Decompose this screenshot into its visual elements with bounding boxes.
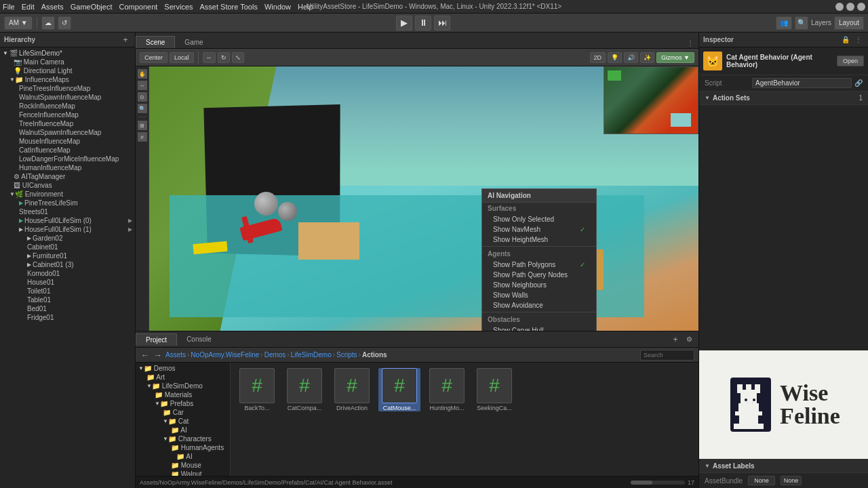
window-maximize[interactable] — [846, 3, 854, 11]
scale-tool[interactable]: ⤡ — [232, 52, 244, 63]
tree-item-walnutspawn[interactable]: WalnutSpawnInfluenceMap — [0, 93, 135, 102]
tab-scene[interactable]: Scene — [136, 36, 175, 48]
window-minimize[interactable] — [835, 3, 844, 11]
tree-item-aitagmanager[interactable]: ⚙ AITagManager — [0, 172, 135, 181]
refresh-btn[interactable]: ↺ — [58, 16, 71, 30]
project-add-btn[interactable]: + — [670, 334, 681, 345]
2d-btn[interactable]: 2D — [590, 52, 606, 63]
audio-btn[interactable]: 🔊 — [624, 52, 638, 63]
pivot-tool[interactable]: ⊞ — [138, 121, 147, 130]
asset-labels-section[interactable]: ▼ Asset Labels — [699, 460, 868, 473]
menu-component[interactable]: Component — [119, 3, 157, 11]
menu-services[interactable]: Services — [164, 3, 193, 11]
tree-item-mousemap[interactable]: MouseInfluenceMap — [0, 137, 135, 146]
inspector-action-sets-section[interactable]: ▼ Action Sets 1 — [699, 92, 868, 105]
tree-item-uicanvas[interactable]: 🖼 UICanvas — [0, 181, 135, 190]
asset-item-catcompa[interactable]: # CatCompa... — [283, 368, 326, 411]
asset-item-driveaction[interactable]: # DriveAction — [331, 368, 373, 411]
tree-item-pinetrees[interactable]: ▶PineTreesLifeSim — [0, 199, 135, 207]
breadcrumb-wisefeline[interactable]: NoOpArmy.WiseFeline — [191, 351, 259, 359]
tree-item-komodo[interactable]: Komodo01 — [0, 269, 135, 278]
project-tree-item-materials[interactable]: 📁 Materials — [136, 390, 230, 399]
tree-item-house1[interactable]: ▶HouseFull0LifeSim (1) ▶ — [0, 225, 135, 234]
project-tree-item-mouse[interactable]: 📁 Mouse — [136, 461, 230, 470]
project-tree-item-walnut[interactable]: 📁 Walnut — [136, 470, 230, 476]
menu-assetstoretools[interactable]: Asset Store Tools — [200, 3, 258, 11]
step-btn[interactable]: ⏭ — [434, 16, 450, 30]
project-tree-item-cat[interactable]: ▼📁 Cat — [136, 417, 230, 426]
project-tree-item-prefabs[interactable]: ▼📁 Prefabs — [136, 399, 230, 408]
move-tool[interactable]: ↔ — [203, 52, 216, 63]
tree-item-garden02[interactable]: ▶Garden02 — [0, 234, 135, 243]
ai-nav-path-polygons[interactable]: Show Path Polygons✓ — [482, 260, 596, 270]
breadcrumb-assets[interactable]: Assets — [165, 351, 186, 359]
search-top-btn[interactable]: 🔍 — [795, 16, 808, 30]
move-tool-left[interactable]: ↔ — [138, 81, 147, 90]
tree-item-fencemap[interactable]: FenceInfluenceMap — [0, 110, 135, 119]
rotate-tool[interactable]: ↻ — [218, 52, 230, 63]
asset-bundle-menu[interactable]: None — [781, 476, 802, 485]
tree-item-table[interactable]: Table01 — [0, 296, 135, 304]
ai-nav-show-navmesh[interactable]: Show NavMesh✓ — [482, 224, 596, 235]
project-tree-item-art[interactable]: 📁 Art — [136, 373, 230, 382]
pause-btn[interactable]: ⏸ — [415, 16, 431, 30]
tree-item-toilet[interactable]: Toilet01 — [0, 287, 135, 296]
tab-console[interactable]: Console — [177, 333, 221, 345]
layers-dropdown[interactable]: Layout — [834, 16, 864, 30]
play-btn[interactable]: ▶ — [396, 16, 412, 30]
orbit-tool[interactable]: ⊙ — [138, 92, 147, 102]
project-tree-item-humanai[interactable]: 📁 AI — [136, 452, 230, 461]
tree-item-treemap[interactable]: TreeInfluenceMap — [0, 119, 135, 128]
project-search[interactable] — [640, 350, 694, 361]
asset-item-huntingmo[interactable]: # HuntingMo... — [426, 368, 468, 411]
hierarchy-add-btn[interactable]: + — [120, 35, 131, 45]
tree-item-cabinet013[interactable]: ▶Cabinet01 (3) — [0, 260, 135, 269]
inspector-script-value[interactable]: AgentBehavior — [752, 78, 852, 88]
project-fwd-btn[interactable]: → — [153, 350, 163, 361]
hand-tool[interactable]: ✋ — [138, 69, 147, 79]
inspector-menu-btn[interactable]: ⋮ — [853, 35, 864, 45]
project-tree-item-demos[interactable]: ▼📁 Demos — [136, 364, 230, 373]
gizmos-btn[interactable]: Gizmos ▼ — [656, 52, 694, 63]
fx-btn[interactable]: ✨ — [640, 52, 654, 63]
project-tree-item-humanagents[interactable]: 📁 HumanAgents — [136, 443, 230, 452]
tree-item-lowdanger[interactable]: LowDangerForMiceInfluenceMap — [0, 155, 129, 163]
breadcrumb-demos[interactable]: Demos — [264, 351, 286, 359]
ai-nav-walls[interactable]: Show Walls — [482, 290, 596, 300]
tree-item-rockmap[interactable]: RockInfluenceMap — [0, 102, 135, 110]
project-tree-item-characters[interactable]: ▼📁 Characters — [136, 434, 230, 443]
project-settings-btn[interactable]: ⚙ — [684, 334, 694, 345]
menu-edit[interactable]: Edit — [22, 3, 35, 11]
scene-settings-btn[interactable]: ⋮ — [685, 37, 696, 48]
asset-item-seekingca[interactable]: # SeekingCa... — [473, 368, 515, 411]
scene-viewport[interactable]: ✋ ↔ ⊙ 🔍 ⊞ # AI Navigation Surfaces — [136, 66, 698, 331]
am-dropdown[interactable]: AM ▼ — [4, 16, 33, 30]
tree-item-furniture01[interactable]: ▶Furniture01 — [0, 251, 135, 260]
ai-nav-carve-hull[interactable]: Show Carve Hull — [482, 325, 596, 331]
tree-item-maincamera[interactable]: 📷 Main Camera — [0, 58, 135, 66]
menu-window[interactable]: Window — [264, 3, 291, 11]
tree-item-house01[interactable]: House01 — [0, 278, 135, 287]
project-tree-item-lifesimdemo[interactable]: ▼📁 LifeSimDemo — [136, 382, 230, 390]
cloud-btn[interactable]: ☁ — [41, 16, 55, 30]
tree-item-lifesimdemo[interactable]: ▼🎬LifeSimDemo* — [0, 49, 135, 58]
grid-tool[interactable]: # — [138, 132, 147, 142]
lighting-btn[interactable]: 💡 — [608, 52, 622, 63]
collab-btn[interactable]: 👥 — [776, 16, 792, 30]
tree-item-environment[interactable]: ▼🌿 Environment — [0, 190, 135, 199]
scene-local-btn[interactable]: Local — [170, 52, 194, 63]
breadcrumb-lifesimdemo[interactable]: LifeSimDemo — [291, 351, 332, 359]
menu-assets[interactable]: Assets — [41, 3, 64, 11]
breadcrumb-scripts[interactable]: Scripts — [336, 351, 357, 359]
tree-item-house0[interactable]: ▶HouseFull0LifeSim (0) ▶ — [0, 216, 135, 225]
tab-game[interactable]: Game — [175, 37, 212, 48]
project-back-btn[interactable]: ← — [140, 350, 151, 361]
tree-item-influencemaps[interactable]: ▼📁 InfluenceMaps — [0, 75, 135, 84]
tree-item-catmap[interactable]: CatInfluenceMap — [0, 146, 135, 155]
tree-item-bed[interactable]: Bed01 — [0, 304, 135, 313]
inspector-lock-btn[interactable]: 🔒 — [840, 35, 851, 45]
tree-item-dirlight[interactable]: 💡 Directional Light — [0, 66, 135, 75]
asset-item-backto[interactable]: # BackTo... — [236, 368, 278, 411]
tree-item-walnutspawn2[interactable]: WalnutSpawnInfluenceMap — [0, 128, 135, 137]
scene-center-btn[interactable]: Center — [140, 52, 167, 63]
